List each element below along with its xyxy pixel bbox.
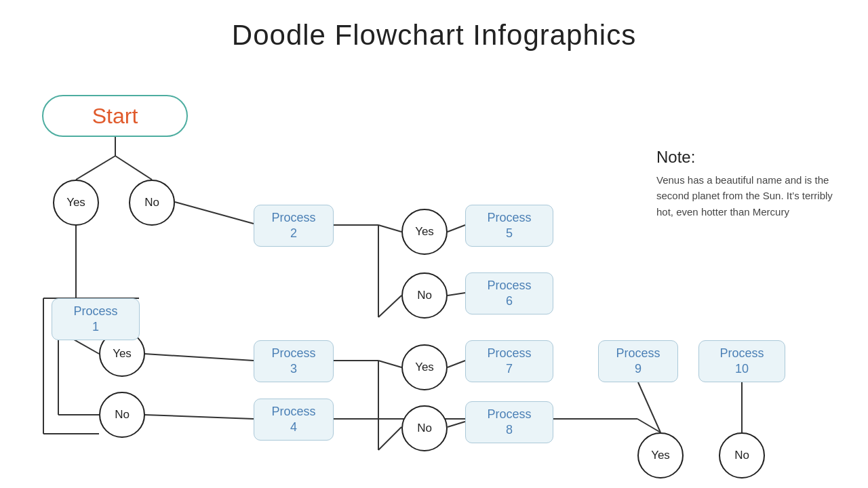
svg-line-22: [378, 427, 401, 450]
svg-line-12: [144, 415, 254, 419]
circle-yes4: Yes: [401, 344, 448, 390]
start-label: Start: [92, 104, 138, 129]
circle-no2: No: [99, 392, 145, 438]
process-box-p5: Process 5: [465, 205, 553, 247]
circle-yes5: Yes: [637, 432, 684, 479]
svg-line-26: [637, 419, 660, 432]
process-box-p10: Process 10: [698, 340, 785, 382]
process-box-p8: Process 8: [465, 401, 553, 443]
process-box-p7: Process 7: [465, 340, 553, 382]
svg-line-2: [115, 156, 152, 180]
circle-no3: No: [401, 272, 448, 319]
process-box-p3: Process 3: [254, 340, 334, 382]
svg-line-21: [378, 361, 401, 367]
circle-yes1: Yes: [53, 180, 99, 226]
page-title: Doodle Flowchart Infographics: [0, 0, 868, 52]
svg-line-1: [76, 156, 115, 180]
process-box-p6: Process 6: [465, 272, 553, 314]
circle-yes3: Yes: [401, 209, 448, 255]
process-box-p9: Process 9: [598, 340, 678, 382]
note-body: Venus has a beautiful name and is the se…: [656, 172, 840, 220]
note-title: Note:: [656, 148, 840, 167]
svg-line-11: [144, 354, 254, 361]
svg-line-27: [638, 382, 660, 432]
flowchart-area: Start Note: Venus has a beautiful name a…: [0, 75, 868, 488]
circle-no5: No: [719, 432, 765, 479]
note-section: Note: Venus has a beautiful name and is …: [656, 148, 840, 220]
svg-line-17: [448, 225, 465, 232]
svg-line-23: [448, 361, 465, 367]
process-box-p4: Process 4: [254, 399, 334, 441]
svg-line-18: [448, 293, 465, 296]
svg-line-16: [378, 296, 401, 317]
circle-no4: No: [401, 405, 448, 451]
process-box-p2: Process 2: [254, 205, 334, 247]
process-box-p1: Process 1: [52, 298, 140, 340]
start-node: Start: [42, 95, 188, 137]
svg-line-3: [175, 202, 254, 224]
svg-line-15: [378, 225, 401, 232]
circle-no1: No: [129, 180, 175, 226]
svg-line-24: [448, 422, 465, 427]
